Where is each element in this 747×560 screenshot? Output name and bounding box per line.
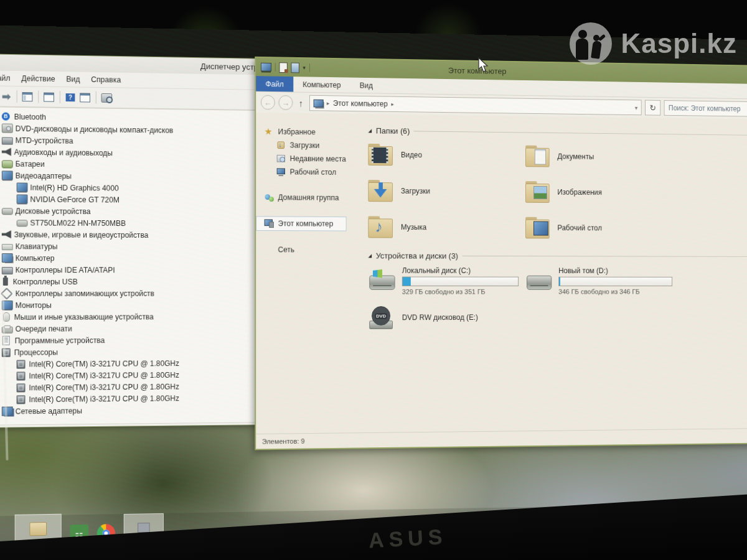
- tree-expander-icon[interactable]: ▷: [0, 314, 1, 320]
- tree-expander-icon[interactable]: ▷: [0, 279, 1, 284]
- desktop-icon: [276, 167, 286, 176]
- forward-button[interactable]: →: [278, 95, 293, 110]
- sidebar-gap: [256, 179, 361, 192]
- sidebar-item-label: Избранное: [278, 128, 316, 136]
- tree-expander-icon[interactable]: ▷: [0, 161, 1, 166]
- device-label: Сетевые адаптеры: [16, 406, 82, 416]
- address-dropdown-chevron-icon[interactable]: ▾: [635, 105, 638, 111]
- menu-Файл[interactable]: Файл: [0, 72, 14, 84]
- sidebar-item-Избранное[interactable]: ★Избранное: [256, 125, 361, 139]
- tree-expander-icon[interactable]: ◢: [0, 172, 1, 179]
- tree-expander-icon[interactable]: ▷: [0, 125, 1, 131]
- refresh-icon[interactable]: ↻: [645, 100, 660, 116]
- desktop-folder-icon: [525, 217, 550, 239]
- navigation-pane: ★ИзбранноеЗагрузкиНедавние местаРабочий …: [256, 113, 361, 434]
- sidebar-item-label: Недавние места: [290, 154, 346, 164]
- sidebar-item-Недавние места[interactable]: Недавние места: [256, 152, 361, 166]
- kaspi-watermark: Kaspi.kz: [570, 22, 737, 65]
- device-label: Батареи: [16, 159, 45, 168]
- sidebar-item-Домашняя группа[interactable]: Домашняя группа: [256, 190, 361, 205]
- tree-expander-icon[interactable]: ▷: [0, 326, 1, 332]
- properties-shortcut-icon[interactable]: [279, 62, 287, 73]
- menu-Вид[interactable]: Вид: [62, 73, 84, 85]
- collapse-arrow-icon[interactable]: ◢: [368, 253, 372, 259]
- tree-expander-icon[interactable]: ▷: [0, 267, 1, 273]
- sidebar-item-Рабочий стол[interactable]: Рабочий стол: [256, 165, 361, 179]
- tree-expander-icon[interactable]: ▷: [0, 113, 1, 119]
- up-button[interactable]: ↑: [296, 98, 306, 108]
- memory-card-icon: [2, 137, 13, 144]
- scan-hardware-icon[interactable]: [99, 91, 113, 104]
- computer-icon: [313, 99, 323, 107]
- breadcrumb-location[interactable]: Этот компьютер: [333, 99, 388, 108]
- back-button[interactable]: ←: [261, 95, 275, 110]
- cpu-icon: [17, 371, 26, 380]
- search-input[interactable]: Поиск: Этот компьютер: [664, 100, 747, 117]
- app-icon: [138, 523, 149, 533]
- menu-Справка[interactable]: Справка: [87, 74, 125, 86]
- sidebar-item-label: Этот компьютер: [278, 219, 334, 228]
- capacity-bar: [558, 277, 672, 286]
- folders-section-header[interactable]: ◢ Папки (6): [368, 126, 747, 140]
- tab-Файл[interactable]: Файл: [256, 76, 293, 91]
- toolbar-separator: [38, 90, 39, 103]
- photo-of-laptop: oint Диспетчер устройств ФайлДействиеВид…: [0, 0, 747, 560]
- device-label: NVIDIA GeForce GT 720M: [30, 195, 120, 204]
- drive-item-DVD RW дисковод (E:)[interactable]: DVDDVD RW дисковод (E:): [368, 306, 525, 329]
- folder-item-Рабочий стол[interactable]: Рабочий стол: [525, 215, 679, 241]
- device-label: Bluetooth: [14, 112, 46, 121]
- tree-expander-icon[interactable]: ◢: [0, 349, 1, 355]
- tab-Вид[interactable]: Вид: [350, 78, 382, 93]
- video-folder-icon-overlay: [372, 147, 388, 163]
- drive-item-Локальный диск (C:)[interactable]: Локальный диск (C:)329 ГБ свободно из 35…: [368, 266, 525, 296]
- folder-name: Документы: [557, 152, 594, 161]
- collapse-arrow-icon[interactable]: ◢: [368, 128, 372, 134]
- sidebar-item-label: Сеть: [278, 246, 294, 254]
- folder-item-Музыка[interactable]: ♪Музыка: [368, 214, 525, 241]
- tab-Компьютер[interactable]: Компьютер: [293, 77, 350, 93]
- tree-expander-icon[interactable]: ▷: [0, 255, 1, 261]
- audio-icon: [2, 147, 12, 156]
- properties-icon[interactable]: [42, 90, 57, 103]
- action-pane-icon[interactable]: [78, 91, 93, 104]
- drive-item-Новый том (D:)[interactable]: Новый том (D:)346 ГБ свободно из 346 ГБ: [525, 266, 695, 295]
- customize-qat-chevron-icon[interactable]: ▾: [303, 65, 306, 70]
- folder-item-Изображения[interactable]: Изображения: [525, 179, 679, 206]
- folder-item-Загрузки[interactable]: Загрузки: [368, 177, 525, 205]
- tree-expander-icon[interactable]: ▷: [0, 137, 1, 142]
- homegroup-icon: [265, 193, 274, 202]
- tree-expander-icon[interactable]: ▷: [0, 302, 1, 308]
- tree-expander-icon[interactable]: ▷: [0, 149, 1, 154]
- menu-Действие[interactable]: Действие: [17, 73, 59, 85]
- drive-slot: [530, 285, 548, 286]
- drive-free-space: 346 ГБ свободно из 346 ГБ: [558, 288, 672, 296]
- drives-section-header[interactable]: ◢ Устройства и диски (3): [368, 251, 747, 261]
- folders-grid: ВидеоДокументыЗагрузкиИзображения♪Музыка…: [368, 141, 747, 242]
- controller-card-icon: [2, 267, 13, 274]
- tree-expander-icon[interactable]: ▷: [0, 409, 1, 414]
- help-icon[interactable]: ?: [63, 91, 78, 104]
- tree-expander-icon[interactable]: ▷: [0, 231, 1, 237]
- capacity-bar-fill: [559, 278, 560, 286]
- battery-icon: [2, 160, 13, 168]
- tree-expander-icon[interactable]: ▷: [0, 338, 1, 343]
- audio-icon: [2, 230, 12, 238]
- new-folder-shortcut-icon[interactable]: [291, 62, 299, 73]
- display-adapter-icon: [2, 170, 13, 180]
- tree-expander-icon[interactable]: ◢: [0, 208, 1, 214]
- folder-item-Видео[interactable]: Видео: [368, 141, 525, 169]
- breadcrumb-separator-icon: ▸: [327, 100, 329, 106]
- sidebar-item-Загрузки[interactable]: Загрузки: [256, 138, 361, 152]
- show-console-tree-icon[interactable]: [20, 90, 35, 103]
- tree-expander-icon[interactable]: ▷: [0, 243, 1, 249]
- drive-text: Локальный диск (C:)329 ГБ свободно из 35…: [402, 266, 519, 295]
- folder-item-Документы[interactable]: Документы: [525, 143, 679, 170]
- folder-name: Загрузки: [401, 187, 430, 195]
- forward-arrow-icon[interactable]: ➡︎: [0, 91, 13, 101]
- breadcrumb[interactable]: ▸ Этот компьютер ▸ ▾: [309, 95, 641, 115]
- sidebar-item-Этот компьютер[interactable]: Этот компьютер: [256, 216, 346, 231]
- breadcrumb-separator-icon: ▸: [391, 101, 393, 107]
- dvd-label: DVD: [375, 313, 387, 319]
- sidebar-item-Сеть[interactable]: Сеть: [256, 243, 361, 256]
- computer-icon[interactable]: [261, 63, 271, 72]
